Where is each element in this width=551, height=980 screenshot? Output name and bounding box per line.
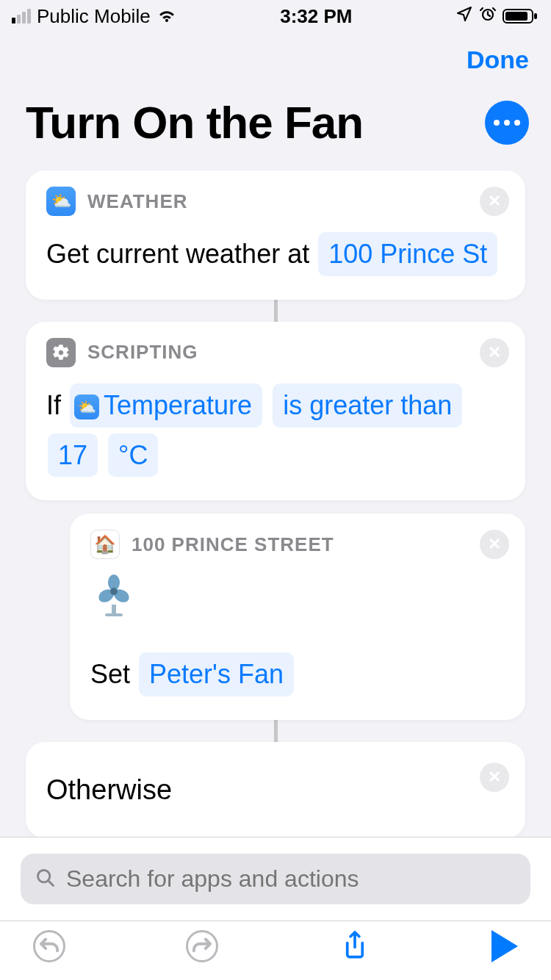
battery-icon <box>503 7 539 25</box>
signal-icon <box>12 9 31 24</box>
action-card-home[interactable]: 🏠 100 PRINCE STREET Set Peter's Fan <box>70 514 525 720</box>
nav-bar: Done <box>0 32 551 74</box>
search-input[interactable] <box>66 865 516 893</box>
app-label: 100 PRINCE STREET <box>132 533 334 556</box>
value-token[interactable]: 17 <box>48 433 98 478</box>
action-card-otherwise[interactable]: Otherwise <box>26 742 525 838</box>
fan-accessory-icon[interactable] <box>93 572 505 636</box>
unit-token[interactable]: °C <box>108 433 158 478</box>
run-button[interactable] <box>491 930 518 962</box>
svg-line-11 <box>48 880 54 885</box>
clock: 3:32 PM <box>280 5 352 28</box>
search-icon <box>35 868 56 891</box>
delete-action-button[interactable] <box>480 763 509 792</box>
alarm-icon <box>479 5 497 28</box>
redo-button[interactable] <box>186 930 218 962</box>
play-icon <box>491 930 518 962</box>
svg-rect-9 <box>105 613 123 616</box>
status-bar: Public Mobile 3:32 PM <box>0 0 551 32</box>
svg-rect-8 <box>112 605 116 613</box>
redo-icon <box>186 930 218 962</box>
delete-action-button[interactable] <box>480 338 509 367</box>
location-token[interactable]: 100 Prince St <box>318 232 497 276</box>
wifi-icon <box>156 5 177 28</box>
toolbar <box>0 920 551 980</box>
share-icon <box>339 930 371 962</box>
share-button[interactable] <box>339 930 371 962</box>
scripting-app-icon <box>46 338 76 367</box>
condition-token[interactable]: is greater than <box>273 383 462 428</box>
carrier-label: Public Mobile <box>37 5 151 28</box>
action-card-weather[interactable]: ⛅ WEATHER Get current weather at 100 Pri… <box>26 170 525 300</box>
action-text: Set <box>90 659 130 689</box>
home-app-icon: 🏠 <box>90 530 120 559</box>
connector-line <box>274 300 278 322</box>
svg-rect-3 <box>534 13 537 19</box>
action-text: Get current weather at <box>46 239 309 269</box>
undo-button[interactable] <box>33 930 65 962</box>
action-card-if[interactable]: SCRIPTING If ⛅Temperature is greater tha… <box>26 322 525 501</box>
if-keyword: If <box>46 390 61 420</box>
app-label: WEATHER <box>87 190 188 213</box>
variable-token[interactable]: ⛅Temperature <box>70 383 262 428</box>
accessory-token[interactable]: Peter's Fan <box>139 652 294 696</box>
undo-icon <box>33 930 65 962</box>
bottom-panel <box>0 837 551 980</box>
weather-app-icon: ⛅ <box>46 187 76 216</box>
more-options-button[interactable] <box>485 101 529 145</box>
otherwise-label: Otherwise <box>46 774 172 805</box>
shortcut-title: Turn On the Fan <box>26 96 363 148</box>
delete-action-button[interactable] <box>480 530 509 559</box>
ellipsis-icon <box>494 120 520 126</box>
location-icon <box>455 5 473 28</box>
workflow-area: ⛅ WEATHER Get current weather at 100 Pri… <box>0 170 551 838</box>
done-button[interactable]: Done <box>467 46 529 74</box>
svg-rect-2 <box>505 12 527 21</box>
weather-variable-icon: ⛅ <box>74 394 99 419</box>
delete-action-button[interactable] <box>480 187 509 216</box>
search-field[interactable] <box>21 854 530 904</box>
connector-line <box>274 720 278 742</box>
app-label: SCRIPTING <box>87 341 198 364</box>
svg-point-7 <box>110 588 118 595</box>
